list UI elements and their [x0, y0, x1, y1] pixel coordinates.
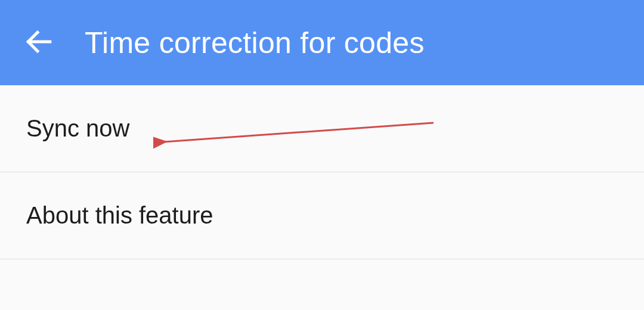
list-item-label: About this feature [26, 202, 213, 228]
settings-list: Sync now About this feature [0, 85, 644, 259]
list-item-about-feature[interactable]: About this feature [0, 172, 644, 259]
list-item-sync-now[interactable]: Sync now [0, 85, 644, 172]
arrow-left-icon [24, 27, 54, 58]
list-item-label: Sync now [26, 115, 129, 141]
app-header: Time correction for codes [0, 0, 644, 85]
page-title: Time correction for codes [85, 26, 425, 60]
back-button[interactable] [24, 27, 54, 58]
